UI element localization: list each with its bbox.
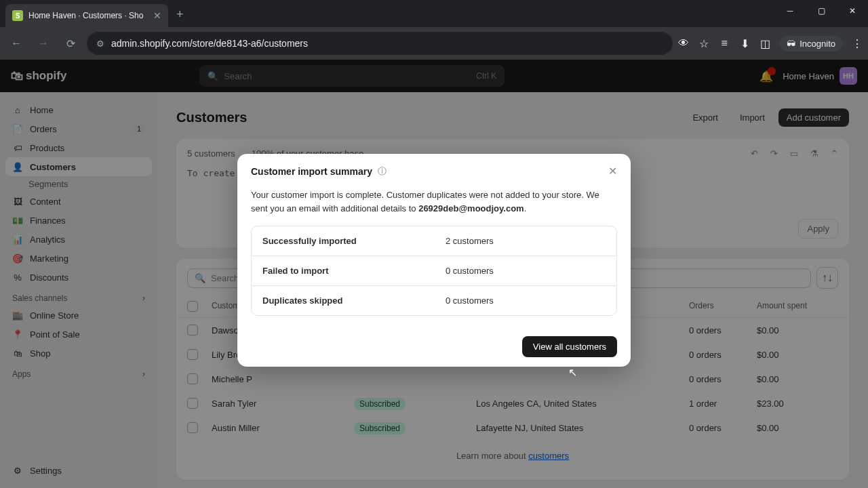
summary-row: Failed to import 0 customers <box>252 256 616 286</box>
address-bar[interactable]: ⚙ admin.shopify.com/store/de8143-a6/cust… <box>87 32 673 55</box>
reload-button[interactable]: ⟳ <box>60 33 81 54</box>
media-icon[interactable]: ≡ <box>719 38 730 49</box>
back-button[interactable]: ← <box>5 33 27 54</box>
browser-chrome: S Home Haven · Customers · Sho ✕ + ─ ▢ ✕… <box>0 0 868 60</box>
site-settings-icon[interactable]: ⚙ <box>96 39 104 49</box>
shopify-favicon-icon: S <box>12 10 23 21</box>
incognito-icon: 🕶 <box>787 39 795 49</box>
download-icon[interactable]: ⬇ <box>739 38 750 49</box>
new-tab-button[interactable]: + <box>168 2 192 27</box>
info-icon[interactable]: ⓘ <box>378 165 387 178</box>
view-all-customers-button[interactable]: View all customers <box>522 336 617 357</box>
modal-close-button[interactable]: ✕ <box>608 165 617 178</box>
tab-title: Home Haven · Customers · Sho <box>28 11 148 20</box>
eye-off-icon[interactable]: 👁 <box>678 38 689 49</box>
forward-button[interactable]: → <box>33 33 54 54</box>
modal-title: Customer import summary <box>251 166 372 177</box>
menu-icon[interactable]: ⋮ <box>852 38 863 49</box>
incognito-badge[interactable]: 🕶 Incognito <box>780 36 842 52</box>
summary-row: Successfully imported 2 customers <box>252 226 616 256</box>
star-icon[interactable]: ☆ <box>698 38 709 49</box>
modal-email: 26929deb@moodjoy.com <box>418 203 524 214</box>
url-text: admin.shopify.com/store/de8143-a6/custom… <box>111 38 308 49</box>
modal-description: Your customer import is complete. Custom… <box>251 188 617 215</box>
import-summary-modal: Customer import summary ⓘ ✕ Your custome… <box>237 154 631 367</box>
summary-row: Duplicates skipped 0 customers <box>252 286 616 315</box>
browser-tab[interactable]: S Home Haven · Customers · Sho ✕ <box>5 4 168 27</box>
tab-close-icon[interactable]: ✕ <box>153 10 161 21</box>
window-maximize-button[interactable]: ▢ <box>806 0 837 22</box>
panel-icon[interactable]: ◫ <box>760 38 770 49</box>
import-summary-table: Successfully imported 2 customers Failed… <box>251 226 617 316</box>
window-close-button[interactable]: ✕ <box>837 0 868 22</box>
window-minimize-button[interactable]: ─ <box>774 0 806 22</box>
